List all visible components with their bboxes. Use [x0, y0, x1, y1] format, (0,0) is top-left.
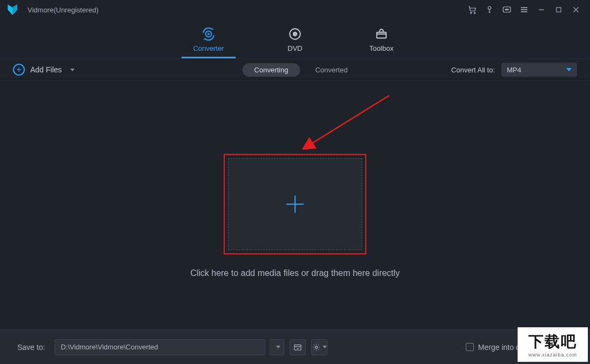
- plus-icon: [282, 191, 308, 217]
- settings-button[interactable]: [311, 339, 327, 355]
- drop-zone[interactable]: [228, 158, 362, 250]
- svg-point-11: [294, 33, 296, 35]
- converting-button[interactable]: Converting: [243, 63, 300, 77]
- title-bar: Vidmore(Unregistered): [0, 0, 590, 19]
- maximize-icon[interactable]: [550, 2, 567, 17]
- app-logo-icon: [5, 3, 19, 17]
- tab-bar: Converter DVD Toolbox: [0, 19, 590, 58]
- tab-toolbox-label: Toolbox: [370, 44, 394, 52]
- svg-line-13: [311, 96, 389, 144]
- svg-point-2: [488, 6, 491, 9]
- save-path-dropdown[interactable]: [269, 339, 284, 355]
- drop-hint-text: Click here to add media files or drag th…: [190, 268, 400, 278]
- converted-button[interactable]: Converted: [315, 66, 347, 74]
- feedback-icon[interactable]: [498, 2, 515, 17]
- convert-all-to-label: Convert All to:: [451, 66, 495, 74]
- tab-converter[interactable]: Converter: [182, 27, 236, 58]
- svg-point-5: [506, 9, 507, 10]
- annotation-arrow-icon: [303, 93, 394, 152]
- chevron-down-icon: [323, 346, 327, 348]
- chevron-down-icon[interactable]: [70, 69, 75, 71]
- cart-icon[interactable]: [464, 2, 481, 17]
- close-icon[interactable]: [567, 2, 585, 17]
- svg-point-4: [505, 9, 506, 10]
- svg-rect-7: [557, 8, 561, 12]
- chevron-down-icon: [276, 346, 280, 348]
- tab-dvd-label: DVD: [287, 44, 302, 52]
- minimize-icon[interactable]: [533, 2, 550, 17]
- svg-point-1: [474, 12, 475, 14]
- watermark-url: www.xiazaiba.com: [528, 352, 577, 358]
- main-area: Click here to add media files or drag th…: [0, 81, 590, 329]
- tab-toolbox[interactable]: Toolbox: [354, 27, 408, 58]
- format-value: MP4: [507, 66, 521, 74]
- add-files-button[interactable]: + Add Files: [13, 64, 75, 76]
- watermark-overlay: 下载吧 www.xiazaiba.com: [518, 327, 588, 362]
- plus-circle-icon: +: [13, 64, 25, 76]
- annotation-highlight: [224, 154, 366, 254]
- key-icon[interactable]: [481, 2, 498, 17]
- tab-dvd[interactable]: DVD: [268, 27, 322, 58]
- open-folder-button[interactable]: [290, 339, 306, 355]
- svg-rect-12: [377, 32, 386, 38]
- save-path-value: D:\Vidmore\Vidmore\Converted: [61, 343, 158, 351]
- watermark-text: 下载吧: [528, 332, 577, 352]
- save-to-label: Save to:: [17, 343, 45, 352]
- tab-converter-label: Converter: [193, 44, 224, 52]
- format-select[interactable]: MP4: [501, 63, 577, 77]
- svg-point-0: [471, 12, 472, 14]
- svg-point-6: [508, 9, 509, 10]
- save-path-input[interactable]: D:\Vidmore\Vidmore\Converted: [55, 339, 265, 355]
- svg-point-15: [316, 346, 318, 348]
- checkbox-icon: [466, 343, 474, 351]
- menu-icon[interactable]: [515, 2, 533, 17]
- app-title: Vidmore(Unregistered): [28, 6, 98, 14]
- bottom-bar: Save to: D:\Vidmore\Vidmore\Converted Me…: [0, 329, 590, 364]
- toolbar: + Add Files Converting Converted Convert…: [0, 58, 590, 81]
- chevron-down-icon: [566, 68, 572, 71]
- add-files-label: Add Files: [30, 65, 62, 74]
